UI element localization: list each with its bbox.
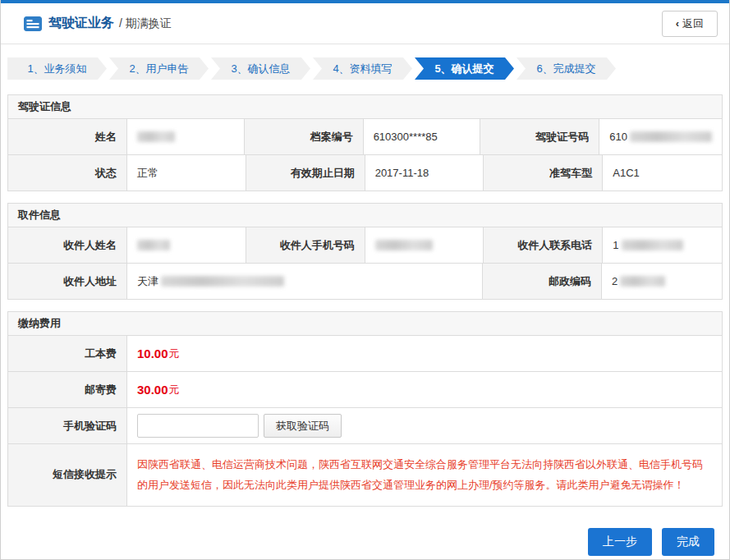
sms-notice-text: 因陕西省联通、电信运营商技术问题，陕西省互联网交通安全综合服务管理平台无法向持陕… xyxy=(137,454,712,496)
redacted-recipient-name xyxy=(137,240,170,250)
recipient-tel-prefix: 1 xyxy=(613,239,618,251)
back-chevron-icon: ‹ xyxy=(676,17,679,30)
get-code-button[interactable]: 获取验证码 xyxy=(264,414,342,438)
address-label: 收件人地址 xyxy=(8,264,127,299)
recipient-mobile-value xyxy=(365,227,484,263)
back-button-label: 返回 xyxy=(682,17,704,30)
vehicle-type-value: A1C1 xyxy=(603,155,722,190)
page-title: 驾驶证业务 xyxy=(48,15,114,32)
step-progress-bar: 1、业务须知 2、用户申告 3、确认信息 4、资料填写 5、确认提交 6、完成提… xyxy=(7,57,723,80)
pickup-row-1: 收件人姓名 收件人手机号码 收件人联系电话 1 xyxy=(8,227,722,263)
postage-label: 邮寄费 xyxy=(8,372,127,407)
captcha-label: 手机验证码 xyxy=(8,408,127,443)
footer-actions: 上一步 完成 xyxy=(7,528,714,556)
cost-value: 10.00元 xyxy=(127,336,722,371)
step-tab-1: 1、业务须知 xyxy=(7,57,107,80)
header: 驾驶证业务 / 期满换证 ‹返回 xyxy=(1,3,729,44)
captcha-input[interactable] xyxy=(137,414,259,438)
sms-notice-label: 短信接收提示 xyxy=(8,444,127,506)
back-button[interactable]: ‹返回 xyxy=(662,11,718,37)
pickup-row-2: 收件人地址 天津 邮政编码 2 xyxy=(8,263,722,299)
fees-section-title: 缴纳费用 xyxy=(8,312,722,335)
recipient-tel-label: 收件人联系电话 xyxy=(484,227,603,263)
license-row-1: 姓名 档案编号 610300****85 驾驶证号码 610 xyxy=(8,118,722,154)
status-label: 状态 xyxy=(8,155,127,190)
redacted-recipient-mobile xyxy=(375,240,433,250)
expiry-label: 有效期止日期 xyxy=(246,155,365,190)
cost-row: 工本费 10.00元 xyxy=(8,335,722,371)
cost-label: 工本费 xyxy=(8,336,127,371)
step-tab-2: 2、用户申告 xyxy=(109,57,209,80)
complete-button[interactable]: 完成 xyxy=(662,528,714,556)
captcha-cell: 获取验证码 xyxy=(127,408,722,443)
cost-amount: 10.00 xyxy=(137,347,168,360)
license-no-label: 驾驶证号码 xyxy=(480,119,599,154)
postage-amount: 30.00 xyxy=(137,383,168,397)
file-no-label: 档案编号 xyxy=(245,119,364,154)
name-value xyxy=(127,119,245,154)
previous-step-button[interactable]: 上一步 xyxy=(588,528,652,556)
license-row-2: 状态 正常 有效期止日期 2017-11-18 准驾车型 A1C1 xyxy=(8,154,722,190)
postage-row: 邮寄费 30.00元 xyxy=(8,371,722,407)
license-no-prefix: 610 xyxy=(609,131,627,143)
license-section-title: 驾驶证信息 xyxy=(8,95,722,118)
redacted-zip xyxy=(620,276,665,287)
license-info-section: 驾驶证信息 姓名 档案编号 610300****85 驾驶证号码 610 状态 … xyxy=(7,94,723,191)
license-no-value: 610 xyxy=(599,119,722,154)
step-tab-5-current: 5、确认提交 xyxy=(415,57,514,80)
zip-value: 2 xyxy=(602,264,722,299)
redacted-license-no xyxy=(630,131,712,142)
address-prefix: 天津 xyxy=(137,274,158,289)
cost-unit: 元 xyxy=(169,347,180,361)
postage-unit: 元 xyxy=(169,383,180,397)
postage-value: 30.00元 xyxy=(127,372,722,407)
redacted-address xyxy=(161,276,284,287)
pickup-info-section: 取件信息 收件人姓名 收件人手机号码 收件人联系电话 1 收件人地址 天津 邮政… xyxy=(7,203,723,300)
recipient-name-label: 收件人姓名 xyxy=(8,227,127,263)
recipient-tel-value: 1 xyxy=(603,227,722,263)
zip-label: 邮政编码 xyxy=(483,264,602,299)
captcha-row: 手机验证码 获取验证码 xyxy=(8,407,722,443)
pickup-section-title: 取件信息 xyxy=(8,204,722,227)
address-value: 天津 xyxy=(127,264,483,299)
step-tab-4: 4、资料填写 xyxy=(313,57,412,80)
status-value: 正常 xyxy=(127,155,246,190)
name-label: 姓名 xyxy=(8,119,127,154)
recipient-mobile-label: 收件人手机号码 xyxy=(246,227,365,263)
recipient-name-value xyxy=(127,227,246,263)
expiry-value: 2017-11-18 xyxy=(365,155,484,190)
fees-section: 缴纳费用 工本费 10.00元 邮寄费 30.00元 手机验证码 获取验证码 短… xyxy=(7,311,723,507)
page-window: 驾驶证业务 / 期满换证 ‹返回 1、业务须知 2、用户申告 3、确认信息 4、… xyxy=(0,0,730,560)
zip-prefix: 2 xyxy=(612,275,618,287)
redacted-name xyxy=(137,131,175,142)
step-tab-3: 3、确认信息 xyxy=(211,57,310,80)
vehicle-type-label: 准驾车型 xyxy=(484,155,603,190)
page-subtitle: / 期满换证 xyxy=(119,16,172,31)
step-tab-6: 6、完成提交 xyxy=(517,57,616,80)
file-no-value: 610300****85 xyxy=(364,119,481,154)
sms-notice-cell: 因陕西省联通、电信运营商技术问题，陕西省互联网交通安全综合服务管理平台无法向持陕… xyxy=(127,444,722,506)
license-card-icon xyxy=(24,16,42,31)
redacted-recipient-tel xyxy=(622,240,683,250)
sms-notice-row: 短信接收提示 因陕西省联通、电信运营商技术问题，陕西省互联网交通安全综合服务管理… xyxy=(8,443,722,506)
